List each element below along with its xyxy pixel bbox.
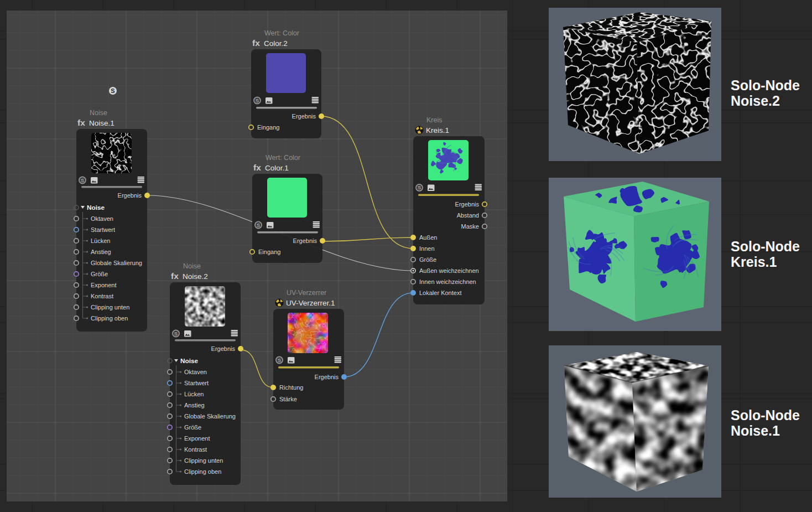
svg-text:UV-Verzerrer.1: UV-Verzerrer.1 [286,299,335,307]
svg-text:Noise.2: Noise.2 [183,272,208,281]
svg-text:Lücken: Lücken [184,391,204,397]
svg-text:Ergebnis: Ergebnis [292,113,316,120]
svg-text:Solo-Node: Solo-Node [731,407,800,423]
svg-text:Clipping oben: Clipping oben [184,468,221,475]
svg-text:Ergebnis: Ergebnis [455,201,480,208]
svg-text:Eingang: Eingang [257,124,279,131]
svg-text:S: S [256,97,259,104]
svg-text:Größe: Größe [419,256,436,263]
svg-text:fx: fx [253,163,261,172]
svg-text:Oktaven: Oktaven [91,215,113,222]
svg-text:Noise: Noise [183,262,201,270]
svg-text:Noise.1: Noise.1 [89,119,114,127]
svg-text:UV-Verzerrer: UV-Verzerrer [287,289,326,297]
svg-text:Solo-Node: Solo-Node [731,239,800,254]
svg-text:Clipping unten: Clipping unten [91,304,129,311]
svg-text:S: S [111,87,114,94]
svg-text:Ergebnis: Ergebnis [211,345,236,352]
svg-text:Noise: Noise [87,204,105,211]
svg-text:Außen weichzeichnen: Außen weichzeichnen [419,267,479,274]
svg-text:Ergebnis: Ergebnis [315,374,339,380]
svg-text:Kontrast: Kontrast [91,293,113,299]
svg-text:Exponent: Exponent [91,282,116,288]
svg-text:Startwert: Startwert [91,226,115,233]
svg-text:Globale Skalierung: Globale Skalierung [91,260,142,266]
svg-text:Kontrast: Kontrast [184,446,207,453]
svg-text:S: S [278,357,281,363]
svg-text:Ergebnis: Ergebnis [293,237,317,244]
svg-text:Wert: Color: Wert: Color [266,154,300,162]
svg-text:Lokaler Kontext: Lokaler Kontext [419,289,461,296]
svg-text:Kreis.1: Kreis.1 [731,254,777,270]
svg-text:Clipping oben: Clipping oben [91,315,128,322]
svg-text:Maske: Maske [461,223,479,230]
svg-text:Größe: Größe [184,424,201,431]
svg-text:Oktaven: Oktaven [184,369,207,375]
svg-text:Größe: Größe [91,271,108,277]
svg-text:S: S [81,177,84,183]
svg-text:Clipping unten: Clipping unten [184,457,223,464]
svg-text:S: S [174,330,178,337]
svg-text:S: S [257,222,260,228]
svg-text:Innen weichzeichnen: Innen weichzeichnen [419,278,476,285]
svg-text:Innen: Innen [419,245,435,252]
svg-text:Color.1: Color.1 [265,164,289,172]
svg-text:Noise: Noise [90,109,107,117]
svg-text:S: S [418,184,421,190]
svg-text:fx: fx [77,118,85,127]
svg-text:Kreis: Kreis [426,116,442,124]
svg-text:Color.2: Color.2 [264,39,288,48]
svg-text:Anstieg: Anstieg [91,249,111,255]
svg-text:Anstieg: Anstieg [184,402,205,408]
svg-text:Außen: Außen [419,234,437,241]
svg-text:Noise.2: Noise.2 [731,93,780,108]
svg-text:Solo-Node: Solo-Node [731,77,800,93]
svg-text:Kreis.1: Kreis.1 [426,126,449,135]
svg-text:Noise.1: Noise.1 [731,423,780,438]
svg-text:Startwert: Startwert [184,380,209,386]
svg-text:Ergebnis: Ergebnis [118,192,142,199]
svg-text:Exponent: Exponent [184,435,210,442]
svg-text:Wert: Color: Wert: Color [264,29,299,37]
svg-text:Eingang: Eingang [258,249,280,255]
svg-text:Noise: Noise [180,357,199,365]
svg-text:Globale Skalierung: Globale Skalierung [184,413,236,420]
svg-text:Stärke: Stärke [279,396,297,402]
svg-text:Lücken: Lücken [91,237,110,244]
svg-text:Abstand: Abstand [457,212,479,219]
svg-text:fx: fx [252,38,260,48]
svg-text:fx: fx [171,271,179,281]
svg-text:Richtung: Richtung [279,384,303,391]
